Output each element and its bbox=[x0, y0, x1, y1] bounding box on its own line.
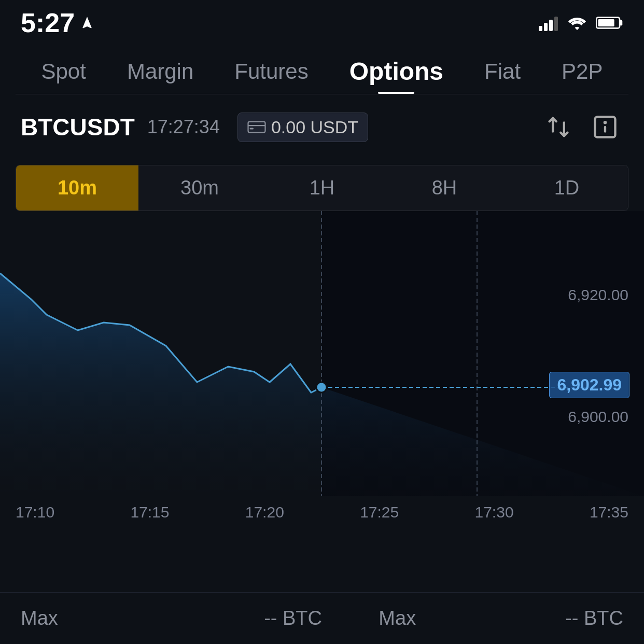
ticker-time: 17:27:34 bbox=[147, 116, 220, 138]
ticker-row: BTCUSDT 17:27:34 0.00 USDT bbox=[0, 94, 644, 160]
time-label-3: 17:25 bbox=[360, 503, 399, 521]
svg-rect-2 bbox=[598, 19, 614, 26]
price-chart[interactable] bbox=[0, 211, 644, 496]
period-30m[interactable]: 30m bbox=[138, 165, 261, 211]
time-display: 5:27 bbox=[21, 7, 75, 38]
svg-rect-5 bbox=[249, 128, 254, 130]
status-bar: 5:27 bbox=[0, 0, 644, 41]
period-1d[interactable]: 1D bbox=[506, 165, 628, 211]
time-label-2: 17:20 bbox=[245, 503, 284, 521]
signal-icon bbox=[539, 15, 558, 31]
battery-icon bbox=[596, 16, 623, 30]
bottom-bar: Max -- BTC Max -- BTC bbox=[0, 592, 644, 644]
period-8h[interactable]: 8H bbox=[383, 165, 506, 211]
ticker-symbol: BTCUSDT bbox=[21, 113, 135, 141]
bottom-btc-1: -- BTC bbox=[172, 607, 323, 629]
chart-container: 6,920.00 6,902.99 6,900.00 bbox=[0, 211, 644, 496]
tab-margin[interactable]: Margin bbox=[127, 59, 193, 92]
card-icon bbox=[247, 120, 266, 134]
price-label-low: 6,900.00 bbox=[568, 408, 628, 426]
price-label-high: 6,920.00 bbox=[568, 286, 628, 304]
time-label-4: 17:30 bbox=[475, 503, 514, 521]
tab-fiat[interactable]: Fiat bbox=[484, 59, 521, 92]
time-label-5: 17:35 bbox=[590, 503, 628, 521]
time-axis: 17:10 17:15 17:20 17:25 17:30 17:35 bbox=[0, 496, 644, 528]
bottom-max-2: Max bbox=[322, 607, 473, 629]
info-button[interactable] bbox=[587, 109, 623, 145]
wifi-icon bbox=[567, 16, 587, 30]
ticker-actions bbox=[540, 109, 623, 145]
time-label-1: 17:15 bbox=[130, 503, 169, 521]
bottom-btc-2: -- BTC bbox=[473, 607, 624, 629]
time-label-0: 17:10 bbox=[16, 503, 54, 521]
period-1h[interactable]: 1H bbox=[261, 165, 383, 211]
period-10m[interactable]: 10m bbox=[16, 165, 138, 211]
svg-rect-1 bbox=[620, 20, 622, 25]
tab-p2p[interactable]: P2P bbox=[562, 59, 603, 92]
status-icons bbox=[539, 15, 623, 31]
bottom-max-1: Max bbox=[21, 607, 172, 629]
tab-options[interactable]: Options bbox=[349, 57, 443, 94]
tab-spot[interactable]: Spot bbox=[41, 59, 86, 92]
location-icon bbox=[80, 16, 94, 30]
price-dot bbox=[316, 382, 327, 393]
nav-tabs: Spot Margin Futures Options Fiat P2P bbox=[0, 47, 644, 94]
status-time: 5:27 bbox=[21, 7, 94, 38]
svg-rect-3 bbox=[248, 122, 265, 133]
price-tooltip: 6,902.99 bbox=[549, 372, 629, 398]
ticker-balance-box: 0.00 USDT bbox=[237, 113, 368, 142]
period-selector: 10m 30m 1H 8H 1D bbox=[16, 165, 628, 211]
ticker-balance-value: 0.00 USDT bbox=[271, 117, 358, 137]
transfer-button[interactable] bbox=[540, 109, 577, 145]
info-icon bbox=[592, 114, 619, 141]
tab-futures[interactable]: Futures bbox=[234, 59, 308, 92]
transfer-icon bbox=[545, 114, 572, 141]
